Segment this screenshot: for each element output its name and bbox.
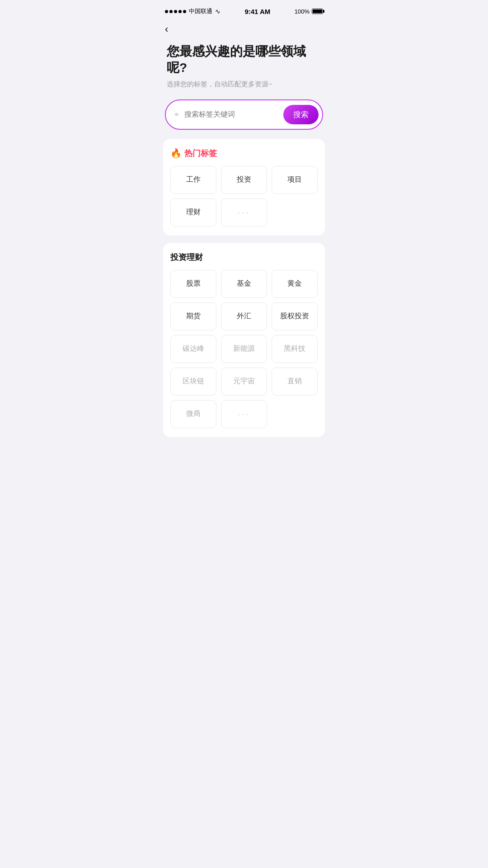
tag-item-investment-11[interactable]: 直销 (272, 368, 318, 396)
status-time: 9:41 AM (244, 8, 270, 15)
section-title-text-hot: 热门标签 (184, 148, 217, 159)
tag-item-investment-2[interactable]: 黄金 (272, 270, 318, 298)
search-container: ⚭ 搜索 (156, 99, 332, 139)
fire-icon: 🔥 (170, 148, 182, 159)
tag-item-investment-4[interactable]: 外汇 (221, 302, 267, 330)
section-title-hot: 🔥热门标签 (170, 148, 318, 159)
signal-dot-4 (178, 10, 182, 13)
signal-dot-5 (183, 10, 186, 13)
signal-dot-3 (174, 10, 177, 13)
tag-item-hot-4[interactable]: ··· (221, 198, 267, 226)
tag-item-hot-3[interactable]: 理财 (170, 198, 216, 226)
status-bar: 中国联通 ∿ 9:41 AM 100% (156, 0, 332, 20)
section-investment: 投资理财股票基金黄金期货外汇股权投资碳达峰新能源黑科技区块链元宇宙直销微商··· (163, 243, 325, 437)
tag-item-hot-1[interactable]: 投资 (221, 166, 267, 194)
battery-percent: 100% (295, 8, 310, 15)
battery-icon (312, 9, 323, 14)
back-arrow-icon: ‹ (165, 24, 168, 35)
tag-item-investment-8[interactable]: 黑科技 (272, 335, 318, 363)
signal-dot-1 (165, 10, 168, 13)
search-input[interactable] (184, 110, 279, 118)
tag-item-investment-6[interactable]: 碳达峰 (170, 335, 216, 363)
search-icon: ⚭ (173, 109, 180, 119)
tag-item-investment-0[interactable]: 股票 (170, 270, 216, 298)
tag-item-investment-7[interactable]: 新能源 (221, 335, 267, 363)
tag-item-investment-12[interactable]: 微商 (170, 400, 216, 428)
status-left: 中国联通 ∿ (165, 7, 221, 15)
back-button[interactable]: ‹ (156, 20, 332, 39)
sections-container: 🔥热门标签工作投资项目理财···投资理财股票基金黄金期货外汇股权投资碳达峰新能源… (156, 139, 332, 437)
tag-grid-investment: 股票基金黄金期货外汇股权投资碳达峰新能源黑科技区块链元宇宙直销微商··· (170, 270, 318, 428)
signal-dot-2 (169, 10, 173, 13)
tag-item-investment-3[interactable]: 期货 (170, 302, 216, 330)
tag-item-hot-2[interactable]: 项目 (272, 166, 318, 194)
search-button[interactable]: 搜索 (283, 105, 319, 124)
tag-item-investment-10[interactable]: 元宇宙 (221, 368, 267, 396)
page-title: 您最感兴趣的是哪些领域呢? (167, 43, 321, 76)
page-header: 您最感兴趣的是哪些领域呢? 选择您的标签，自动匹配更多资源~ (156, 39, 332, 99)
section-title-text-investment: 投资理财 (170, 252, 203, 263)
section-title-investment: 投资理财 (170, 252, 318, 263)
tag-item-investment-9[interactable]: 区块链 (170, 368, 216, 396)
status-right: 100% (295, 8, 323, 15)
tag-item-hot-0[interactable]: 工作 (170, 166, 216, 194)
section-hot: 🔥热门标签工作投资项目理财··· (163, 139, 325, 236)
tag-grid-hot: 工作投资项目理财··· (170, 166, 318, 226)
wifi-icon: ∿ (215, 8, 221, 15)
page-subtitle: 选择您的标签，自动匹配更多资源~ (167, 80, 321, 89)
search-bar: ⚭ 搜索 (165, 99, 323, 130)
tag-item-investment-13[interactable]: ··· (221, 400, 267, 428)
carrier-name: 中国联通 (189, 7, 212, 15)
signal-dots (165, 10, 186, 13)
tag-item-investment-1[interactable]: 基金 (221, 270, 267, 298)
tag-item-investment-5[interactable]: 股权投资 (272, 302, 318, 330)
battery-fill (313, 9, 322, 13)
